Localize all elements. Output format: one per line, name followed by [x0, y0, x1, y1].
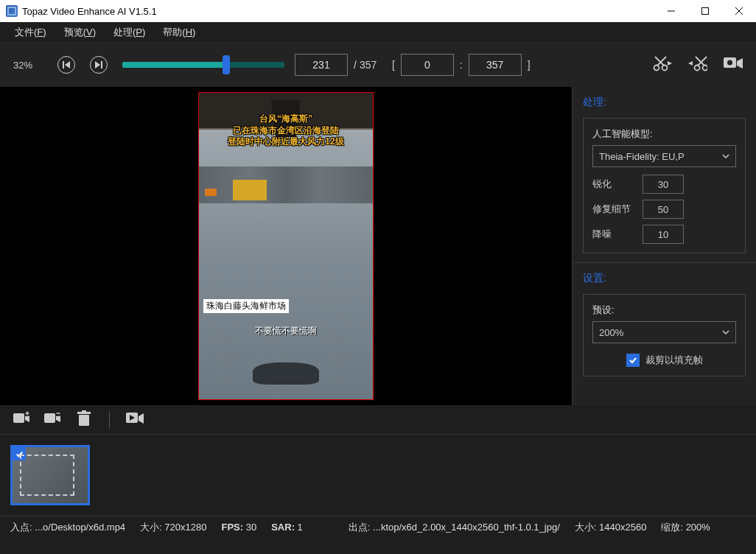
crop-checkbox-row[interactable]: 裁剪以填充帧	[592, 354, 736, 367]
timeline-slider[interactable]	[122, 62, 284, 68]
ai-model-value: Theia-Fidelity: EU,P	[599, 151, 685, 162]
maximize-button[interactable]	[688, 0, 722, 22]
denoise-value[interactable]: 10	[643, 225, 684, 244]
detail-label: 修复细节	[592, 203, 635, 216]
svg-marker-13	[688, 61, 693, 66]
record-icon[interactable]	[724, 55, 743, 74]
sharpen-value[interactable]: 30	[643, 175, 684, 194]
svg-point-8	[654, 66, 659, 71]
slider-handle[interactable]	[223, 55, 230, 74]
menu-process[interactable]: 处理(P)	[105, 24, 154, 41]
thumbnail-strip	[0, 435, 756, 516]
out-frame-input[interactable]	[469, 54, 522, 76]
svg-point-9	[662, 66, 668, 71]
denoise-label: 降噪	[592, 228, 635, 241]
thumbnail-item[interactable]	[10, 445, 90, 505]
current-frame-input[interactable]	[295, 54, 348, 76]
menu-help[interactable]: 帮助(H)	[154, 24, 204, 41]
in-frame-input[interactable]	[401, 54, 454, 76]
close-button[interactable]	[722, 0, 756, 22]
prev-frame-button[interactable]	[57, 56, 75, 74]
preview-pane[interactable]: 台风“海高斯” 已在珠海市金湾区沿海登陆 登陆时中心附近最大风力12级 珠海白藤…	[0, 87, 572, 405]
svg-rect-31	[77, 412, 91, 414]
svg-rect-4	[63, 61, 64, 69]
trash-icon[interactable]	[75, 410, 93, 429]
svg-point-20	[727, 60, 732, 66]
video-frame: 台风“海高斯” 已在珠海市金湾区沿海登陆 登陆时中心附近最大风力12级 珠海白藤…	[198, 92, 374, 400]
ai-model-label: 人工智能模型:	[592, 127, 736, 141]
svg-rect-26	[44, 413, 55, 423]
titlebar: Topaz Video Enhance AI V1.5.1	[0, 0, 756, 22]
process-video-icon[interactable]	[126, 410, 144, 429]
remove-video-icon[interactable]	[44, 410, 62, 429]
chevron-down-icon	[722, 329, 729, 336]
preset-label: 预设:	[592, 304, 736, 317]
cut-out-icon[interactable]	[688, 55, 707, 74]
minimize-button[interactable]	[654, 0, 688, 22]
video-subtitle: 不要慌不要慌啊	[199, 325, 373, 337]
secondary-toolbar	[0, 405, 756, 435]
processing-header: 处理:	[583, 96, 746, 109]
ai-model-dropdown[interactable]: Theia-Fidelity: EU,P	[592, 145, 736, 167]
total-frames: 357	[360, 59, 383, 71]
bracket-open: [	[392, 59, 395, 71]
detail-value[interactable]: 50	[643, 200, 684, 219]
crop-label: 裁剪以填充帧	[645, 354, 703, 367]
svg-rect-30	[79, 415, 89, 426]
svg-marker-12	[668, 61, 672, 66]
content-area: 台风“海高斯” 已在珠海市金湾区沿海登陆 登陆时中心附近最大风力12级 珠海白藤…	[0, 87, 756, 405]
thumbnail-crop-indicator	[20, 455, 74, 496]
next-frame-button[interactable]	[90, 56, 108, 74]
menu-file[interactable]: 文件(F)	[6, 24, 55, 41]
svg-point-14	[695, 66, 700, 71]
crop-checkbox[interactable]	[626, 354, 640, 367]
menubar: 文件(F) 预览(V) 处理(P) 帮助(H)	[0, 22, 756, 43]
bracket-close: ]	[528, 59, 531, 71]
svg-rect-21	[13, 413, 24, 423]
chevron-down-icon	[722, 152, 729, 160]
right-panel: 处理: 人工智能模型: Theia-Fidelity: EU,P 锐化 30 修…	[572, 87, 756, 405]
svg-rect-1	[702, 8, 709, 15]
zoom-level: 32%	[13, 60, 43, 71]
video-headline: 台风“海高斯” 已在珠海市金湾区沿海登陆 登陆时中心附近最大风力12级	[199, 113, 373, 148]
statusbar: 入点: ...o/Desktop/x6d.mp4 大小: 720x1280 FP…	[0, 516, 756, 538]
app-icon	[6, 5, 18, 17]
svg-point-15	[703, 66, 708, 71]
slash-sep: /	[354, 59, 357, 71]
svg-rect-7	[101, 61, 102, 69]
colon-sep: :	[460, 59, 463, 71]
svg-marker-6	[95, 61, 100, 69]
toolbar-divider	[109, 411, 110, 429]
svg-marker-5	[65, 61, 70, 69]
window-title: Topaz Video Enhance AI V1.5.1	[22, 6, 654, 17]
cut-in-icon[interactable]	[653, 55, 672, 74]
add-video-icon[interactable]	[13, 410, 31, 429]
svg-marker-34	[139, 413, 144, 424]
svg-marker-19	[737, 58, 743, 69]
svg-rect-32	[82, 410, 86, 412]
settings-header: 设置:	[583, 272, 746, 285]
preset-dropdown[interactable]: 200%	[592, 321, 736, 343]
sharpen-label: 锐化	[592, 178, 635, 191]
video-location-tag: 珠海白藤头海鲜市场	[203, 299, 289, 313]
preset-value: 200%	[599, 327, 623, 338]
toolbar: 32% / 357 [ : ]	[0, 43, 756, 87]
menu-preview[interactable]: 预览(V)	[55, 24, 105, 41]
